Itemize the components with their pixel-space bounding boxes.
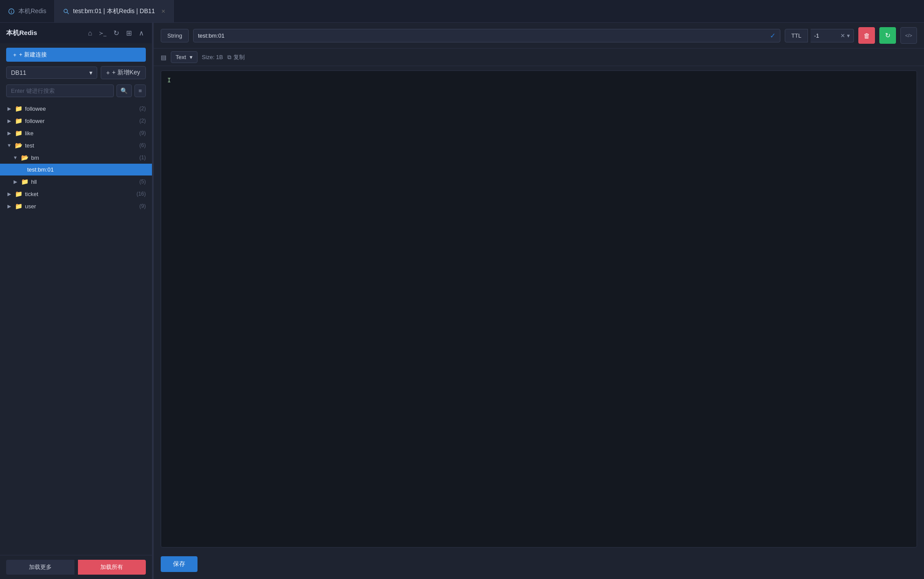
folder-icon: 📁 — [15, 190, 22, 197]
search-input[interactable] — [6, 84, 114, 97]
tree-arrow-hll: ▶ — [12, 179, 18, 185]
sidebar-actions: ⌂ ≻_ ↻ ⊞ ∧ — [86, 28, 146, 38]
tab-bar: i 本机Redis test:bm:01 | 本机Redis | DB11 ✕ — [0, 0, 924, 23]
refresh-button[interactable]: ↻ — [112, 28, 121, 38]
tree-label-like: like — [25, 130, 137, 137]
tree-label-bm: bm — [31, 154, 137, 161]
size-badge: Size: 1B — [202, 54, 223, 60]
search-button[interactable]: 🔍 — [116, 84, 132, 97]
tree-count-user: (9) — [139, 203, 146, 209]
tree-count-like: (9) — [139, 130, 146, 136]
plus-icon: + — [13, 52, 17, 58]
load-all-button[interactable]: 加载所有 — [78, 560, 146, 575]
tree-arrow-followee: ▶ — [6, 106, 12, 112]
tree-count-bm: (1) — [139, 154, 146, 161]
code-view-button[interactable]: </> — [900, 27, 917, 44]
tree-label-key: test:bm:01 — [27, 166, 146, 173]
ttl-clear-icon[interactable]: ✕ — [840, 32, 845, 39]
key-input-wrap: ✓ — [193, 29, 780, 42]
format-selector[interactable]: Text ▾ — [171, 51, 197, 63]
reload-icon: ↻ — [885, 32, 891, 39]
tree-item-hll[interactable]: ▶ 📁 hll (5) — [0, 175, 152, 188]
chevron-down-icon: ▾ — [89, 69, 92, 76]
content-area: String ✓ TTL ✕ ▾ 🗑 ↻ </> — [154, 23, 924, 579]
tree-item-follower[interactable]: ▶ 📁 follower (2) — [0, 115, 152, 127]
tree-item-followee[interactable]: ▶ 📁 followee (2) — [0, 102, 152, 115]
tree-arrow-test: ▼ — [6, 143, 12, 148]
tree-item-user[interactable]: ▶ 📁 user (9) — [0, 200, 152, 212]
folder-icon: 📁 — [15, 117, 22, 124]
tree-item-ticket[interactable]: ▶ 📁 ticket (16) — [0, 188, 152, 200]
tree-item-test-bm-01[interactable]: ▶ test:bm:01 — [0, 164, 152, 175]
folder-icon: 📁 — [15, 105, 22, 112]
collapse-button[interactable]: ∧ — [137, 28, 146, 38]
new-conn-label: + 新建连接 — [19, 51, 47, 59]
ttl-label: TTL — [785, 29, 808, 42]
tab-test-bm01[interactable]: test:bm:01 | 本机Redis | DB11 ✕ — [55, 0, 174, 22]
save-button[interactable]: 保存 — [161, 556, 197, 572]
format-chevron-icon: ▾ — [190, 54, 193, 60]
tree-label-ticket: ticket — [25, 191, 134, 197]
tree-label-test: test — [25, 142, 137, 149]
tree-item-test[interactable]: ▼ 📂 test (6) — [0, 139, 152, 151]
terminal-button[interactable]: ≻_ — [97, 29, 108, 37]
folder-icon: 📁 — [15, 130, 22, 137]
add-key-icon: + — [106, 69, 110, 76]
sidebar-footer: 加载更多 加载所有 — [0, 555, 152, 579]
grid-button[interactable]: ⊞ — [124, 28, 134, 38]
tree-label-follower: follower — [25, 118, 137, 124]
sidebar: 本机Redis ⌂ ≻_ ↻ ⊞ ∧ + + 新建连接 DB11 ▾ + + 新… — [0, 23, 152, 579]
folder-icon: 📁 — [15, 203, 22, 210]
db-selector[interactable]: DB11 ▾ — [6, 67, 97, 79]
add-key-label: + 新增Key — [112, 69, 140, 77]
folder-icon: 📁 — [21, 178, 28, 185]
value-toolbar: ▤ Text ▾ Size: 1B ⧉ 复制 — [154, 49, 924, 66]
save-row: 保存 — [154, 552, 924, 579]
copy-label: 复制 — [233, 53, 245, 61]
tree-label-hll: hll — [31, 179, 137, 185]
tree-arrow-follower: ▶ — [6, 118, 12, 124]
tree-item-like[interactable]: ▶ 📁 like (9) — [0, 127, 152, 139]
key-tree: ▶ 📁 followee (2) ▶ 📁 follower (2) ▶ 📁 li… — [0, 101, 152, 555]
code-icon: </> — [905, 33, 912, 38]
tree-item-bm[interactable]: ▼ 📂 bm (1) — [0, 151, 152, 164]
ttl-input[interactable] — [814, 29, 840, 42]
search-icon — [63, 8, 70, 15]
tab-local-redis[interactable]: i 本机Redis — [0, 0, 55, 22]
home-button[interactable]: ⌂ — [86, 28, 94, 38]
value-editor-wrap: I — [154, 66, 924, 552]
tree-count-follower: (2) — [139, 118, 146, 124]
copy-icon: ⧉ — [227, 54, 231, 61]
svg-point-2 — [64, 9, 67, 13]
key-name-input[interactable] — [198, 29, 770, 42]
ttl-input-wrap: ✕ ▾ — [811, 29, 854, 42]
search-row: 🔍 ≡ — [0, 83, 152, 101]
tree-arrow-bm: ▼ — [12, 155, 18, 160]
key-confirm-icon[interactable]: ✓ — [770, 32, 776, 40]
svg-line-3 — [67, 12, 69, 14]
copy-button[interactable]: ⧉ 复制 — [227, 53, 245, 61]
main-layout: 本机Redis ⌂ ≻_ ↻ ⊞ ∧ + + 新建连接 DB11 ▾ + + 新… — [0, 23, 924, 579]
tab-test-bm01-label: test:bm:01 | 本机Redis | DB11 — [73, 7, 155, 15]
tree-count-hll: (5) — [139, 179, 146, 185]
sidebar-title: 本机Redis — [6, 29, 37, 37]
tree-arrow-ticket: ▶ — [6, 191, 12, 197]
format-label: Text — [176, 54, 186, 60]
sidebar-header: 本机Redis ⌂ ≻_ ↻ ⊞ ∧ — [0, 23, 152, 43]
ttl-wrap: TTL ✕ ▾ — [785, 29, 854, 42]
filter-button[interactable]: ≡ — [134, 84, 146, 97]
tab-close-icon[interactable]: ✕ — [161, 8, 166, 14]
key-toolbar: String ✓ TTL ✕ ▾ 🗑 ↻ </> — [154, 23, 924, 49]
delete-key-button[interactable]: 🗑 — [858, 27, 875, 44]
value-editor[interactable]: I — [161, 70, 917, 547]
ttl-expand-icon[interactable]: ▾ — [847, 32, 850, 39]
tree-count-ticket: (16) — [137, 191, 146, 197]
add-key-button[interactable]: + + 新增Key — [101, 66, 146, 79]
svg-text:i: i — [11, 10, 12, 14]
bars-icon: ▤ — [161, 54, 166, 61]
refresh-key-button[interactable]: ↻ — [879, 27, 896, 44]
db-selector-value: DB11 — [11, 69, 26, 76]
load-more-button[interactable]: 加载更多 — [6, 560, 74, 575]
new-connection-button[interactable]: + + 新建连接 — [6, 48, 146, 62]
delete-icon: 🗑 — [864, 32, 870, 39]
